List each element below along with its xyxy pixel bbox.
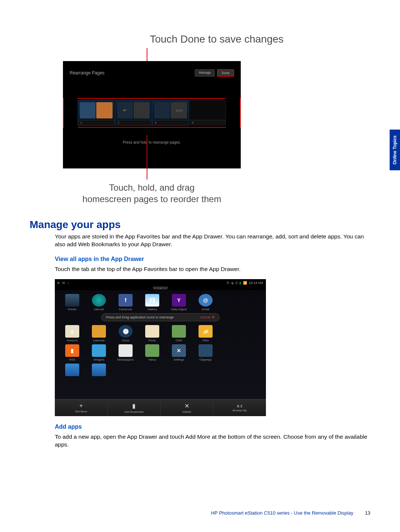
app-label: Yahoo — [148, 358, 157, 361]
ss1-title: Rearrange Pages — [70, 70, 104, 76]
app-label: Gallery — [147, 308, 157, 311]
sync-icon: ↻ — [227, 281, 230, 285]
app-label: Clippings — [200, 358, 212, 361]
app-label: Calendar — [93, 339, 105, 342]
app-files[interactable]: 📁Files — [195, 325, 216, 342]
app-daily-digest[interactable]: YDaily Digest — [168, 294, 190, 311]
Widgets-icon — [92, 344, 106, 357]
callout-line-bottom — [63, 168, 370, 180]
usb-icon: ψ — [231, 281, 234, 285]
annotation-bottom: Touch, hold, and drag homescreen pages t… — [63, 182, 241, 205]
app-clippings[interactable]: Clippings — [195, 344, 216, 361]
add-bookmark-button[interactable]: ▮ Add Bookmark — [108, 399, 161, 416]
app-internet[interactable]: Internet — [88, 294, 110, 311]
paragraph-add-apps: To add a new app, open the App Drawer an… — [55, 433, 370, 449]
Gallery-icon: 🎞 — [145, 294, 159, 307]
app-icon — [92, 364, 106, 376]
Files-icon: 📁 — [199, 325, 213, 338]
app-rss[interactable]: ▮RSS — [61, 344, 83, 361]
app-yahoo[interactable]: Yahoo — [141, 344, 163, 361]
Yahoo-icon — [145, 344, 159, 357]
app-label: Email — [202, 308, 209, 311]
mail-icon: ✉ — [62, 281, 65, 285]
paragraph-view-apps: Touch the tab at the top of the App Favo… — [55, 265, 370, 273]
page-thumb-1[interactable]: 1 — [78, 100, 114, 126]
play-icon — [58, 281, 60, 284]
app-email[interactable]: @Email — [195, 294, 216, 311]
ss1-hint: Press and hold to rearrange pages. — [63, 140, 241, 144]
bookmark-icon: ▮ — [132, 402, 136, 409]
Newspapers-icon — [119, 344, 133, 357]
app-label: Files — [203, 339, 209, 342]
Daily Digest-icon: Y — [172, 294, 186, 307]
app-icon — [65, 364, 79, 376]
done-button[interactable]: Done — [217, 69, 234, 77]
Settings-icon: ✕ — [172, 344, 186, 357]
app-row-1: PrinterInternetfFacebook🎞GalleryYDaily D… — [61, 294, 259, 311]
download-icon: ↓ — [67, 281, 69, 285]
manage-button[interactable]: Manage — [195, 69, 215, 77]
Internet-icon — [92, 294, 106, 307]
app-widgets[interactable]: Widgets — [88, 344, 110, 361]
sort-icon: a z — [237, 404, 243, 408]
wifi-icon: 📶 — [243, 281, 247, 285]
app-calendar[interactable]: Calendar — [88, 325, 110, 342]
app-label: Photo — [149, 339, 156, 342]
app-newspapers[interactable]: Newspapers — [115, 344, 136, 361]
bottom-bar: + Get More ▮ Add Bookmark ✕ Delete a z B… — [55, 399, 266, 416]
Calendar-icon — [92, 325, 106, 338]
heading-view-all-apps: View all apps in the App Drawer — [55, 256, 370, 262]
page-thumb-3[interactable]: 10:14 3 — [152, 100, 189, 126]
Clippings-icon — [199, 344, 213, 357]
app-label: Printer — [68, 308, 77, 311]
browse-by-button[interactable]: a z Browse By — [213, 399, 266, 416]
Photo-icon — [145, 325, 159, 338]
app-row-4 — [61, 364, 259, 377]
RSS-icon: ▮ — [65, 344, 79, 357]
app-label: Settings — [174, 358, 184, 361]
CNN-icon — [172, 325, 186, 338]
app-cnn[interactable]: CNN — [168, 325, 190, 342]
status-time: 10:14 AM — [249, 281, 263, 285]
app-label: CNN — [176, 339, 182, 342]
callout-line-top — [63, 48, 370, 61]
app-printer[interactable]: Printer — [61, 294, 83, 311]
delete-icon: ✕ — [184, 402, 189, 409]
app-photo[interactable]: Photo — [141, 325, 163, 342]
annotation-top: Touch Done to save changes — [63, 33, 370, 45]
app-label: RSS — [69, 358, 75, 361]
app-item[interactable] — [61, 364, 83, 377]
app-amazon[interactable]: aAmazon — [61, 325, 83, 342]
app-settings[interactable]: ✕Settings — [168, 344, 190, 361]
Printer-icon — [65, 294, 79, 307]
rearrange-banner: Press and Drag application icons to rear… — [101, 313, 220, 321]
cancel-button[interactable]: Cancel ✕ — [200, 315, 215, 319]
Clock-icon: 🕐 — [119, 325, 133, 338]
page-footer: HP Photosmart eStation C510 series - Use… — [211, 510, 370, 516]
app-facebook[interactable]: fFacebook — [115, 294, 136, 311]
plus-icon: + — [79, 402, 83, 409]
document-page: Touch Done to save changes Rearrange Pag… — [0, 0, 400, 473]
app-label: Internet — [94, 308, 104, 311]
app-label: Clock — [122, 339, 129, 342]
get-more-button[interactable]: + Get More — [55, 399, 108, 416]
battery-icon: ▮ — [239, 281, 241, 285]
app-label: Daily Digest — [171, 308, 187, 311]
app-item[interactable] — [88, 364, 110, 377]
app-clock[interactable]: 🕐Clock — [115, 325, 136, 342]
app-label: Widgets — [94, 358, 104, 361]
heading-manage-your-apps: Manage your apps — [30, 219, 370, 231]
heading-add-apps: Add apps — [55, 424, 370, 430]
page-thumb-4[interactable]: 4 — [190, 100, 226, 126]
app-gallery[interactable]: 🎞Gallery — [141, 294, 163, 311]
drawer-tab[interactable] — [55, 287, 266, 290]
delete-button[interactable]: ✕ Delete — [161, 399, 214, 416]
page-thumbnails-row: 1 52° 2 10:14 3 — [78, 98, 226, 128]
app-label: Amazon — [67, 339, 77, 342]
app-label: Facebook — [119, 308, 132, 311]
screenshot-app-drawer: ✉ ↓ ↻ ψ ⎙ ▮ 📶 10:14 AM PrinterInternetfF… — [55, 279, 266, 416]
close-icon: ✕ — [212, 315, 215, 319]
status-bar: ✉ ↓ ↻ ψ ⎙ ▮ 📶 10:14 AM — [55, 279, 266, 287]
paragraph-intro: Your apps are stored in the App Favorite… — [55, 233, 370, 248]
page-thumb-2[interactable]: 52° 2 — [115, 100, 152, 126]
